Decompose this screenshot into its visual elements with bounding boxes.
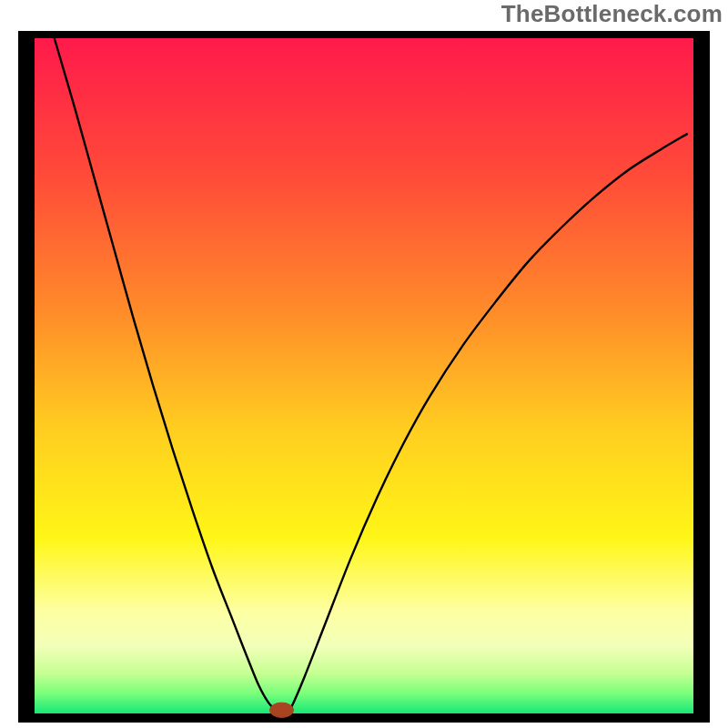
- optimum-marker: [269, 703, 293, 717]
- plot-area: [18, 31, 710, 723]
- watermark-text: TheBottleneck.com: [501, 0, 723, 28]
- chart-svg: [18, 31, 710, 723]
- chart-frame: TheBottleneck.com: [0, 0, 728, 728]
- gradient-background: [35, 38, 693, 713]
